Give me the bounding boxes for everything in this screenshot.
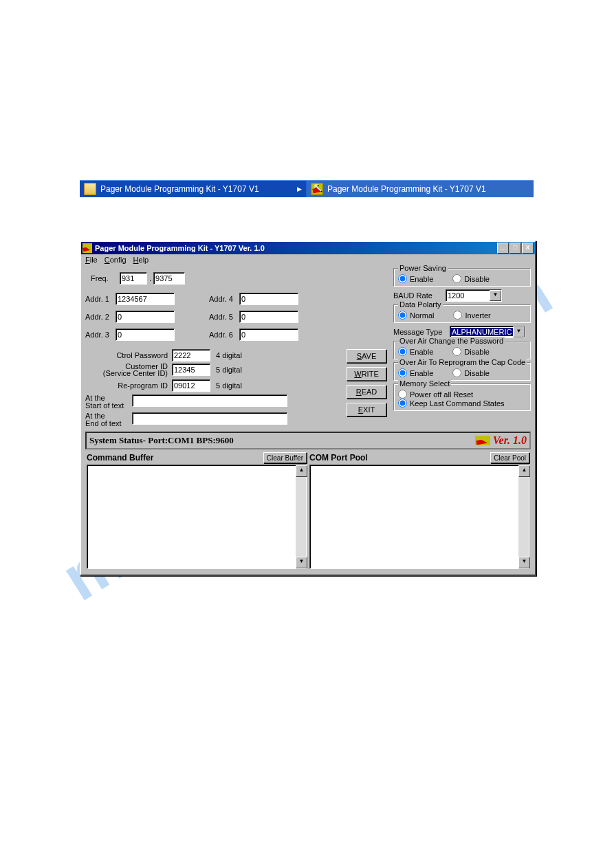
ota-cap-disable[interactable]: Disable <box>452 368 490 377</box>
com-port-pool-panel: COM Port Pool Clear Pool ▲ ▼ <box>309 451 529 569</box>
scroll-up-icon[interactable]: ▲ <box>518 465 530 477</box>
power-saving-title: Power Saving <box>398 264 448 272</box>
addr5-label: Addr. 5 <box>209 313 239 321</box>
addr6-input[interactable] <box>239 329 298 341</box>
ctrlpw-label: Ctrol Password <box>85 351 172 359</box>
baud-value: 1200 <box>446 291 490 300</box>
command-buffer-text[interactable]: ▲ ▼ <box>87 465 307 569</box>
custid-label-b: (Service Center ID) <box>103 369 168 377</box>
app-icon <box>311 183 323 195</box>
titlebar[interactable]: Pager Module Programming Kit - Y1707 Ver… <box>81 242 535 254</box>
close-button[interactable]: X <box>522 243 534 254</box>
end-text-label-b: End of text <box>85 419 122 427</box>
addr3-input[interactable] <box>116 329 175 341</box>
ota-pw-disable[interactable]: Disable <box>452 347 490 356</box>
addr1-label: Addr. 1 <box>85 295 116 303</box>
ota-password-group: Over Air Change the Password Enable Disa… <box>393 341 531 359</box>
taskbar-item-label: Pager Module Programming Kit - Y1707 V1 <box>100 184 259 194</box>
menu-config[interactable]: Config <box>105 256 127 264</box>
chevron-down-icon[interactable]: ▼ <box>490 290 501 301</box>
memory-title: Memory Select <box>398 379 451 388</box>
ctrlpw-input[interactable] <box>172 349 210 361</box>
version-badge: Ver. 1.0 <box>475 434 527 447</box>
baud-select[interactable]: 1200 ▼ <box>446 289 502 302</box>
scrollbar[interactable]: ▲ ▼ <box>296 465 306 568</box>
polarity-title: Data Polarty <box>398 300 443 309</box>
start-text-input[interactable] <box>132 394 287 407</box>
ota-cap-enable[interactable]: Enable <box>398 368 433 377</box>
scroll-down-icon[interactable]: ▼ <box>296 557 307 568</box>
folder-icon <box>84 183 96 195</box>
taskbar-item-label: Pager Module Programming Kit - Y1707 V1 <box>327 184 486 194</box>
polarity-inverter[interactable]: Inverter <box>453 311 490 320</box>
reprog-input[interactable] <box>172 379 210 392</box>
addr1-input[interactable] <box>116 293 175 305</box>
custid-input[interactable] <box>172 364 210 376</box>
taskbar-item-app[interactable]: Pager Module Programming Kit - Y1707 V1 <box>307 181 534 197</box>
clear-buffer-button[interactable]: Clear Buffer <box>263 452 307 463</box>
window-title: Pager Module Programming Kit - Y1707 Ver… <box>95 244 265 252</box>
status-bar: System Status- Port:COM1 BPS:9600 Ver. 1… <box>85 432 531 449</box>
minimize-button[interactable]: _ <box>497 243 509 254</box>
freq-label: Freq. <box>91 274 120 282</box>
freq-major-input[interactable] <box>120 272 147 285</box>
msg-type-label: Message Type <box>393 328 450 336</box>
status-text: System Status- Port:COM1 BPS:9600 <box>89 435 234 446</box>
power-saving-group: Power Saving Enable Disable <box>393 268 531 287</box>
taskbar: Pager Module Programming Kit - Y1707 V1 … <box>80 180 534 197</box>
taskbar-arrow-icon: ▶ <box>297 186 302 192</box>
menubar: File Config Help <box>81 254 535 265</box>
addr6-label: Addr. 6 <box>209 331 239 339</box>
addr4-input[interactable] <box>239 293 298 305</box>
custid-hint: 5 digital <box>210 366 242 374</box>
com-port-pool-title: COM Port Pool <box>309 453 368 463</box>
memory-select-group: Memory Select Power off all Reset Keep L… <box>393 383 531 411</box>
data-polarity-group: Data Polarty Normal Inverter <box>393 304 531 323</box>
ota-pw-title: Over Air Change the Password <box>398 337 505 345</box>
msg-type-value: ALPHANUMERIC <box>450 328 513 336</box>
write-button[interactable]: WRITE <box>347 367 386 381</box>
addr2-label: Addr. 2 <box>85 313 116 321</box>
version-text: Ver. 1.0 <box>493 434 527 447</box>
com-port-pool-text[interactable]: ▲ ▼ <box>309 465 529 569</box>
memory-keep[interactable]: Keep Last Command States <box>398 399 526 408</box>
app-window: Pager Module Programming Kit - Y1707 Ver… <box>80 241 536 576</box>
ota-pw-enable[interactable]: Enable <box>398 347 433 356</box>
ctrlpw-hint: 4 digital <box>210 351 242 359</box>
addr3-label: Addr. 3 <box>85 331 116 339</box>
save-button[interactable]: SAVE <box>347 349 386 363</box>
scrollbar[interactable]: ▲ ▼ <box>518 465 529 568</box>
reprog-label: Re-program ID <box>85 381 172 390</box>
frequency-address-area: Freq. . Addr. 1 Addr. 2 <box>85 268 347 378</box>
addr2-input[interactable] <box>116 311 175 323</box>
menu-file[interactable]: File <box>85 256 98 264</box>
power-saving-enable[interactable]: Enable <box>398 274 433 283</box>
chevron-down-icon[interactable]: ▼ <box>513 326 525 337</box>
freq-dot: . <box>147 274 153 282</box>
read-button[interactable]: READ <box>347 385 386 399</box>
scroll-down-icon[interactable]: ▼ <box>518 557 530 568</box>
baud-label: BAUD Rate <box>393 291 446 300</box>
menu-help[interactable]: Help <box>133 256 149 264</box>
scroll-up-icon[interactable]: ▲ <box>296 465 307 477</box>
polarity-normal[interactable]: Normal <box>398 311 434 320</box>
addr5-input[interactable] <box>239 311 298 323</box>
memory-reset[interactable]: Power off all Reset <box>398 390 526 399</box>
taskbar-item-folder[interactable]: Pager Module Programming Kit - Y1707 V1 … <box>80 181 307 197</box>
command-buffer-title: Command Buffer <box>87 453 153 463</box>
end-text-input[interactable] <box>132 412 287 425</box>
maximize-button[interactable]: □ <box>509 243 521 254</box>
start-text-label-b: Start of text <box>85 401 124 410</box>
app-icon <box>83 243 92 253</box>
addr4-label: Addr. 4 <box>209 295 239 303</box>
ota-cap-title: Over Air To Reprogram the Cap Code <box>398 358 527 366</box>
exit-button[interactable]: EXIT <box>347 403 386 416</box>
reprog-hint: 5 digital <box>210 381 242 390</box>
power-saving-disable[interactable]: Disable <box>452 274 490 283</box>
freq-minor-input[interactable] <box>153 272 185 285</box>
ota-capcode-group: Over Air To Reprogram the Cap Code Enabl… <box>393 362 531 381</box>
logo-icon <box>475 436 490 445</box>
clear-pool-button[interactable]: Clear Pool <box>490 452 529 463</box>
command-buffer-panel: Command Buffer Clear Buffer ▲ ▼ <box>87 451 307 569</box>
